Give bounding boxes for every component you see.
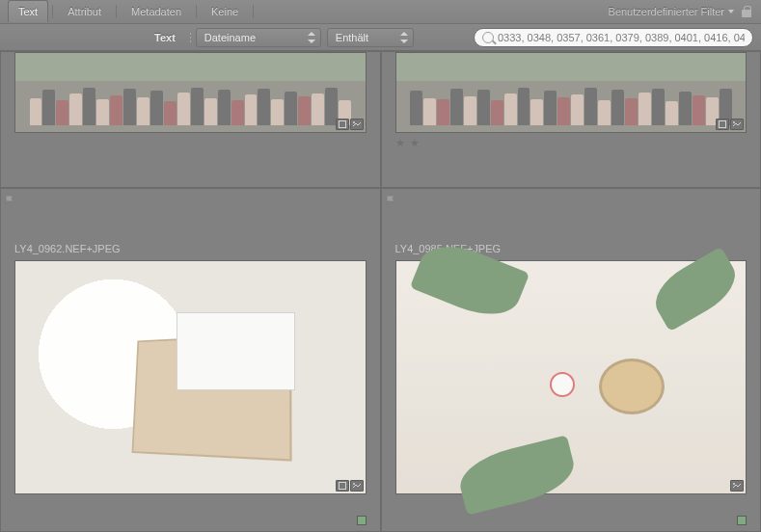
filter-search-field[interactable] — [474, 28, 753, 47]
filter-tabs-bar: Text Attribut Metadaten Keine Benutzerde… — [0, 0, 761, 24]
grid-cell[interactable]: ★ ★ — [381, 51, 762, 188]
svg-rect-4 — [339, 482, 345, 489]
develop-badge-icon — [350, 119, 364, 130]
color-label[interactable] — [357, 516, 367, 525]
search-icon — [482, 32, 494, 43]
svg-rect-0 — [339, 121, 345, 128]
thumbnail-grid: ★ ★ LY4_0962.NEF+JPEG LY4_0985.NEF+JPEG — [0, 51, 761, 532]
flag-icon[interactable] — [386, 193, 397, 204]
develop-badge-icon — [350, 480, 364, 492]
thumbnail-image[interactable] — [14, 52, 367, 133]
thumbnail-filename: LY4_0962.NEF+JPEG — [14, 243, 367, 254]
stepper-icon — [305, 30, 318, 45]
tab-metadata[interactable]: Metadaten — [121, 0, 192, 22]
filter-tabs: Text Attribut Metadaten Keine — [8, 0, 258, 23]
divider-icon — [189, 32, 192, 43]
grid-cell[interactable]: LY4_0985.NEF+JPEG — [381, 188, 762, 533]
tab-none[interactable]: Keine — [201, 0, 249, 22]
crop-badge-icon — [716, 119, 729, 130]
svg-rect-2 — [720, 121, 726, 128]
develop-badge-icon — [730, 480, 744, 492]
lock-icon[interactable] — [740, 5, 753, 18]
tab-separator — [52, 5, 53, 18]
filter-field-value: Dateiname — [204, 32, 256, 43]
tab-text[interactable]: Text — [8, 0, 48, 22]
filter-field-select[interactable]: Dateiname — [196, 28, 321, 47]
filter-label: Text — [0, 32, 185, 43]
tab-separator — [196, 5, 197, 18]
svg-point-1 — [353, 121, 355, 123]
crop-badge-icon — [336, 480, 349, 492]
filter-rule-value: Enthält — [336, 32, 368, 43]
develop-badge-icon — [730, 119, 744, 130]
svg-point-5 — [353, 483, 355, 485]
stepper-icon — [397, 30, 411, 45]
tab-separator — [116, 5, 117, 18]
search-input[interactable] — [498, 32, 745, 43]
thumbnail-image[interactable] — [395, 52, 747, 133]
grid-cell[interactable]: LY4_0962.NEF+JPEG — [0, 188, 381, 533]
thumbnail-image[interactable] — [395, 260, 747, 494]
rating-stars[interactable]: ★ ★ — [395, 137, 747, 149]
svg-point-6 — [733, 483, 735, 485]
color-label[interactable] — [737, 516, 747, 525]
custom-filter-dropdown[interactable]: Benutzerdefinierter Filter — [609, 6, 734, 17]
tab-attribute[interactable]: Attribut — [57, 0, 112, 22]
thumbnail-image[interactable] — [14, 260, 367, 494]
filter-rule-select[interactable]: Enthält — [327, 28, 414, 47]
svg-point-3 — [733, 121, 735, 123]
tab-separator — [253, 5, 254, 18]
text-filter-bar: Text Dateiname Enthält — [0, 24, 761, 51]
crop-badge-icon — [336, 119, 349, 130]
grid-cell[interactable] — [0, 51, 381, 188]
custom-filter-label: Benutzerdefinierter Filter — [609, 6, 724, 17]
chevron-down-icon — [728, 10, 734, 13]
flag-icon[interactable] — [5, 193, 16, 204]
